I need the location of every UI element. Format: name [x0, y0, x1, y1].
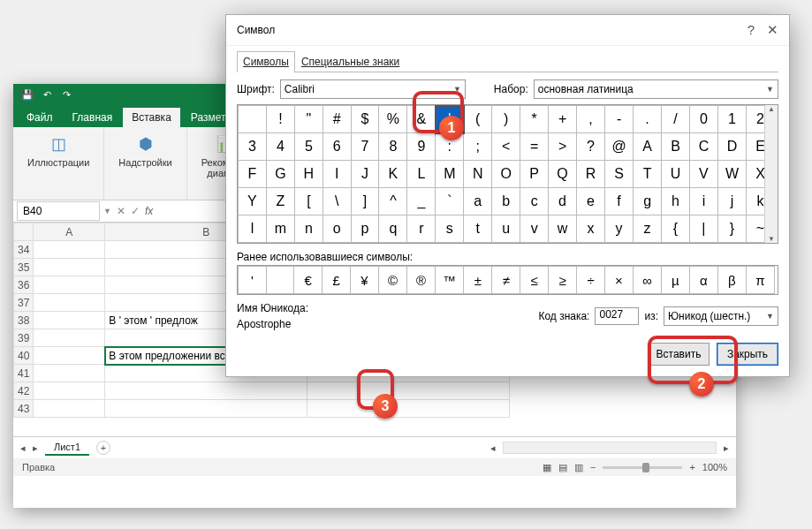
zoom-out-icon[interactable]: − [590, 462, 596, 472]
view-page-icon[interactable]: ▤ [558, 462, 567, 473]
zoom-in-icon[interactable]: + [689, 462, 694, 472]
recent-grid[interactable]: '€£¥©®™±≠≤≥÷×∞µαβπ [237, 265, 778, 295]
cancel-icon[interactable]: ✕ [117, 205, 125, 217]
illustrations-label: Иллюстрации [27, 157, 89, 168]
character-grid[interactable]: !"#$%&'()*+,-./0123456789:;<=>?@ABCDEFGH… [237, 104, 778, 244]
enter-icon[interactable]: ✓ [131, 205, 140, 217]
status-text: Правка [22, 462, 55, 472]
zoom-value[interactable]: 100% [702, 462, 727, 472]
font-combo-value: Calibri [285, 83, 315, 95]
recent-label: Ранее использовавшиеся символы: [237, 251, 778, 263]
font-label: Шрифт: [237, 83, 275, 95]
name-box[interactable]: B40 [17, 201, 100, 221]
addins-label: Надстройки [118, 157, 171, 168]
tab-insert[interactable]: Вставка [123, 108, 180, 127]
chevron-down-icon: ▼ [453, 85, 461, 94]
addins-icon: ⬢ [133, 132, 159, 155]
insert-button[interactable]: Вставить [648, 343, 710, 366]
tab-special[interactable]: Специальные знаки [295, 51, 406, 72]
help-icon[interactable]: ? [747, 22, 755, 38]
unicode-name-value: Apostrophe [237, 318, 308, 330]
subset-combo-value: основная латиница [538, 83, 634, 95]
tab-symbols[interactable]: Символы [237, 51, 295, 72]
sheet-nav-prev-icon[interactable]: ◂ [20, 442, 26, 454]
hscrollbar[interactable] [503, 442, 717, 454]
illustrations-button[interactable]: ◫ Иллюстрации [22, 131, 95, 170]
from-combo-value: Юникод (шестн.) [668, 310, 750, 322]
font-combo[interactable]: Calibri▼ [280, 79, 466, 99]
code-label: Код знака: [538, 310, 589, 322]
view-normal-icon[interactable]: ▦ [543, 462, 551, 473]
hscroll-left-icon[interactable]: ◂ [490, 442, 496, 454]
chevron-down-icon: ▼ [766, 312, 774, 321]
name-box-dropdown-icon[interactable]: ▼ [103, 207, 111, 215]
chevron-down-icon: ▼ [766, 85, 774, 94]
from-label: из: [644, 310, 658, 322]
subset-label: Набор: [494, 83, 528, 95]
close-icon[interactable]: ✕ [767, 22, 778, 38]
symbol-dialog: Символ ? ✕ Символы Специальные знаки Шри… [225, 14, 790, 377]
new-sheet-icon[interactable]: + [96, 441, 110, 455]
char-code-input[interactable]: 0027 [595, 307, 639, 325]
dialog-tabs: Символы Специальные знаки [237, 51, 778, 72]
redo-icon[interactable]: ↷ [59, 88, 73, 102]
zoom-slider[interactable] [603, 466, 682, 469]
char-grid-scrollbar[interactable]: ▲▼ [764, 105, 778, 243]
fx-icon[interactable]: fx [145, 205, 153, 217]
sheet-nav-next-icon[interactable]: ▸ [33, 442, 38, 454]
unicode-name-label: Имя Юникода: [237, 302, 308, 314]
status-bar: Правка ▦ ▤ ▥ − + 100% [13, 458, 736, 476]
from-combo[interactable]: Юникод (шестн.)▼ [664, 306, 778, 326]
undo-icon[interactable]: ↶ [40, 88, 54, 102]
dialog-titlebar: Символ ? ✕ [226, 15, 789, 46]
close-button[interactable]: Закрыть [717, 343, 778, 366]
addins-button[interactable]: ⬢ Надстройки [113, 131, 177, 170]
shapes-icon: ◫ [45, 132, 72, 155]
view-break-icon[interactable]: ▥ [574, 462, 583, 473]
sheet-tabs: ◂ ▸ Лист1 + ◂ ▸ [13, 436, 736, 458]
save-icon[interactable]: 💾 [20, 88, 34, 102]
tab-file[interactable]: Файл [18, 108, 62, 127]
hscroll-right-icon[interactable]: ▸ [724, 442, 729, 454]
subset-combo[interactable]: основная латиница▼ [534, 79, 778, 99]
sheet-tab[interactable]: Лист1 [45, 440, 89, 456]
dialog-title: Символ [237, 24, 275, 36]
tab-home[interactable]: Главная [64, 108, 122, 127]
